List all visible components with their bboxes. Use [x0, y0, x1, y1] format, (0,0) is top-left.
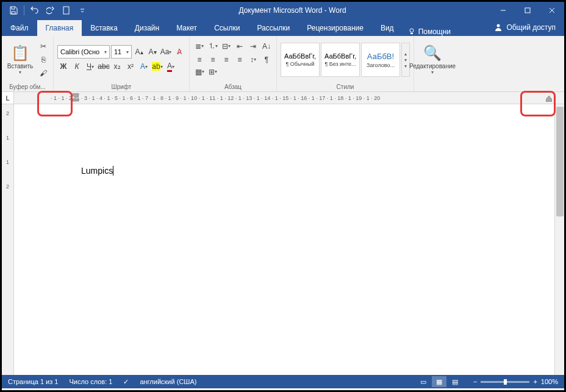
title-bar: Документ Microsoft Word - Word	[2, 2, 564, 19]
style-normal[interactable]: АаБбВвГг,¶ Обычный	[281, 43, 320, 77]
scroll-thumb[interactable]	[556, 107, 564, 216]
style-no-spacing[interactable]: АаБбВвГг,¶ Без инте...	[321, 43, 360, 77]
tab-design[interactable]: Дизайн	[126, 20, 168, 36]
print-layout-button[interactable]: ▦	[432, 376, 446, 387]
status-spellcheck[interactable]: ✓	[123, 378, 129, 386]
document-page[interactable]: Lumpics	[14, 104, 554, 359]
qat-customize-button[interactable]	[76, 4, 89, 17]
status-language[interactable]: английский (США)	[140, 378, 196, 385]
align-left-button[interactable]: ≡	[193, 54, 206, 66]
group-label: Абзац	[193, 82, 273, 91]
group-clipboard: 📋 Вставить ▾ ✂ ⎘ 🖌 Буфер обм...	[2, 36, 54, 91]
tab-view[interactable]: Вид	[372, 20, 403, 36]
styles-gallery[interactable]: АаБбВвГг,¶ Обычный АаБбВвГг,¶ Без инте..…	[281, 43, 410, 77]
shrink-font-button[interactable]: A▾	[146, 46, 159, 58]
group-paragraph: ≣▾ ⒈▾ ⊟▾ ⇤ ⇥ A↓ ≡ ≡ ≡ ≡ ↕▾ ¶ ▦▾ ⊞▾	[190, 36, 277, 91]
status-bar: Страница 1 из 1 Число слов: 1 ✓ английск…	[2, 375, 564, 388]
paste-button[interactable]: 📋 Вставить ▾	[5, 39, 35, 80]
text-effects-button[interactable]: A▾	[138, 60, 150, 73]
font-color-button[interactable]: A▾	[165, 60, 177, 73]
justify-button[interactable]: ≡	[234, 54, 246, 66]
tab-review[interactable]: Рецензирование	[298, 20, 372, 36]
group-editing: 🔍 Редактирование ▾	[414, 36, 451, 91]
find-button[interactable]: 🔍 Редактирование ▾	[418, 39, 447, 80]
share-button[interactable]: Общий доступ	[485, 19, 564, 36]
tab-home[interactable]: Главная	[37, 20, 82, 36]
tell-me-search[interactable]: Помощни	[407, 27, 451, 36]
new-doc-button[interactable]	[60, 4, 73, 17]
change-case-button[interactable]: Aa▾	[160, 46, 172, 58]
read-mode-button[interactable]: ▭	[416, 376, 431, 387]
redo-button[interactable]	[44, 4, 57, 17]
clear-formatting-button[interactable]: A̷	[173, 46, 185, 58]
text-cursor	[113, 166, 113, 176]
zoom-slider-thumb[interactable]	[504, 379, 507, 385]
document-area: 2 1 1 2 Lumpics	[2, 104, 564, 375]
copy-button[interactable]: ⎘	[37, 54, 49, 66]
font-size-combo[interactable]: 11▾	[111, 45, 132, 59]
zoom-out-button[interactable]: −	[473, 378, 477, 385]
person-icon	[494, 23, 503, 32]
vertical-scrollbar[interactable]	[554, 104, 564, 375]
group-label: Буфер обм...	[5, 82, 49, 91]
horizontal-ruler-row: L · 1 · 1 · 2 · 1 · 3 · 1 · 4 · 1 · 5 · …	[2, 92, 564, 104]
italic-button[interactable]: К	[71, 60, 83, 73]
sort-button[interactable]: A↓	[260, 40, 273, 52]
separator	[24, 5, 24, 15]
tab-file[interactable]: Файл	[2, 20, 37, 36]
tab-insert[interactable]: Вставка	[82, 20, 126, 36]
increase-indent-button[interactable]: ⇥	[247, 40, 259, 52]
status-word-count[interactable]: Число слов: 1	[69, 378, 112, 385]
borders-button[interactable]: ⊞▾	[207, 66, 219, 78]
page-viewport[interactable]: Lumpics	[14, 104, 554, 375]
bullets-button[interactable]: ≣▾	[193, 40, 206, 52]
bold-button[interactable]: Ж	[57, 60, 70, 73]
ribbon-tabs: Файл Главная Вставка Дизайн Макет Ссылки…	[2, 19, 564, 36]
format-painter-button[interactable]: 🖌	[37, 67, 49, 79]
font-name-combo[interactable]: Calibri (Осно▾	[57, 45, 110, 59]
highlight-button[interactable]: ab▾	[151, 60, 163, 73]
multilevel-list-button[interactable]: ⊟▾	[220, 40, 232, 52]
lightbulb-icon	[407, 27, 416, 36]
left-indent-marker[interactable]	[72, 93, 79, 102]
zoom-slider[interactable]	[481, 381, 529, 383]
document-text[interactable]: Lumpics	[81, 166, 113, 176]
align-right-button[interactable]: ≡	[220, 54, 232, 66]
show-marks-button[interactable]: ¶	[260, 54, 273, 66]
close-button[interactable]	[540, 2, 564, 19]
zoom-in-button[interactable]: +	[533, 378, 537, 385]
superscript-button[interactable]: x²	[124, 60, 137, 73]
status-page[interactable]: Страница 1 из 1	[8, 378, 58, 385]
align-center-button[interactable]: ≡	[207, 54, 219, 66]
svg-rect-5	[73, 99, 79, 101]
tab-layout[interactable]: Макет	[168, 20, 206, 36]
underline-button[interactable]: Ч▾	[84, 60, 96, 73]
decrease-indent-button[interactable]: ⇤	[234, 40, 246, 52]
search-icon: 🔍	[423, 45, 442, 62]
svg-rect-2	[525, 8, 530, 13]
tab-mailings[interactable]: Рассылки	[248, 20, 298, 36]
maximize-button[interactable]	[515, 2, 540, 19]
grow-font-button[interactable]: A▴	[133, 46, 145, 58]
numbering-button[interactable]: ⒈▾	[207, 40, 219, 52]
style-heading1[interactable]: АаБбВ!Заголово...	[361, 43, 400, 77]
tab-references[interactable]: Ссылки	[206, 20, 248, 36]
group-styles: АаБбВвГг,¶ Обычный АаБбВвГг,¶ Без инте..…	[277, 36, 414, 91]
svg-point-3	[410, 29, 414, 32]
right-indent-marker[interactable]	[546, 96, 552, 102]
strikethrough-button[interactable]: abc	[98, 60, 110, 73]
web-layout-button[interactable]: ▤	[448, 376, 462, 387]
zoom-level[interactable]: 100%	[541, 378, 558, 385]
shading-button[interactable]: ▦▾	[193, 66, 206, 78]
horizontal-ruler[interactable]: · 1 · 1 · 2 · 1 · 3 · 1 · 4 · 1 · 5 · 1 …	[14, 92, 564, 104]
vertical-ruler[interactable]: 2 1 1 2	[2, 104, 14, 375]
line-spacing-button[interactable]: ↕▾	[247, 54, 259, 66]
quick-access-toolbar	[2, 2, 94, 19]
cut-button[interactable]: ✂	[37, 40, 49, 52]
tab-stop-selector[interactable]: L	[2, 92, 14, 104]
subscript-button[interactable]: x₂	[111, 60, 123, 73]
save-button[interactable]	[7, 4, 20, 17]
minimize-button[interactable]	[491, 2, 515, 19]
styles-more-button[interactable]: ▴▾▾	[401, 43, 410, 77]
undo-button[interactable]	[28, 4, 41, 17]
